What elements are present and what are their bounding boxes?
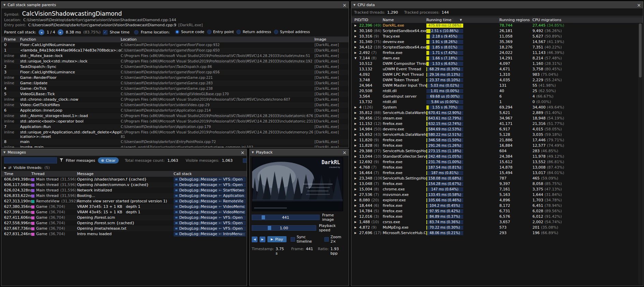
cpu-thread-row[interactable]: ▶14,984(50)devenv.exe584.69 ms (2.53%)6,… — [351, 127, 643, 132]
expand-icon[interactable]: ▶ — [354, 219, 358, 225]
expand-icon[interactable]: ▶ — [354, 192, 358, 198]
callstack-pill[interactable]: ≡DebugLog::Message←VFS::Open — [174, 177, 246, 182]
cpu-thread-row[interactable]: ▶4(126)System1.55 s (6.70%)69,29434,400(… — [351, 105, 643, 110]
show-time-label[interactable]: Show time — [110, 30, 130, 34]
expand-icon[interactable]: ▶ — [354, 230, 358, 236]
callstack-pill[interactable]: ≡DebugLog::Message←VideoMemo — [174, 210, 246, 215]
callstack-frame-row[interactable]: inlinestd::unique_lock<std::mutex>::lock… — [1, 59, 349, 64]
cpu-thread-row[interactable]: 24,964DWM Master Input Thread5.03 ms (0.… — [351, 83, 643, 88]
expand-icon[interactable]: ▶ — [354, 214, 358, 219]
collapse-icon[interactable]: ▼ — [353, 3, 355, 6]
callstack-frame-row[interactable]: 6Application::InnerLoopC:\Users\wolf\Des… — [1, 108, 349, 113]
message-callstack-cell[interactable]: ≡DebugLog::Message←VFS::Open — [174, 177, 247, 182]
cpu-thread-row[interactable]: ▶14,784(5)firefox.exe97.95 ms (0.42%)6,7… — [351, 209, 643, 214]
message-row[interactable]: 627,313,190nsRemoteView(31,392)Remote vi… — [1, 199, 247, 204]
expand-icon[interactable]: ▶ — [354, 39, 358, 45]
message-callstack-cell[interactable]: ≡DebugLog::Message←VFS::Open — [174, 226, 247, 231]
callstack-frame-row[interactable]: 4Game::OnTickC:\Users\wolf\Desktop\darkr… — [1, 86, 349, 91]
radio-label[interactable]: Source code — [181, 30, 204, 34]
cpu-thread-row[interactable]: 4,092DWM LPC Port Thread29.16 ms (0.13%)… — [351, 72, 643, 77]
column-header-thread[interactable]: Thread — [31, 171, 77, 177]
radio-icon[interactable] — [207, 30, 211, 34]
expand-icon[interactable]: ▶ — [354, 148, 358, 154]
column-header-cpu-migrations[interactable]: CPU migrations — [532, 17, 643, 23]
close-icon[interactable]: × — [637, 3, 641, 8]
expand-icon[interactable]: ▶ — [354, 170, 358, 176]
expand-icon[interactable]: ▶ — [354, 110, 358, 116]
cpu-thread-row[interactable]: ▶30,456(25)steam.exe643.61 ms (2.79%)34,… — [351, 116, 643, 121]
expand-icon[interactable]: ▶ — [354, 34, 358, 39]
close-icon[interactable]: × — [342, 150, 347, 155]
expand-icon[interactable]: ▶ — [354, 132, 358, 138]
radio-icon[interactable] — [274, 30, 278, 34]
column-header-pid-tid[interactable]: PID/TID — [354, 17, 383, 23]
cpu-thread-row[interactable]: ▶11,152(12)firefox.exe632.15 ms (2.74%)4… — [351, 121, 643, 127]
callstack-frame-row[interactable]: inlineinvoke_maind:\agent\_work\63\s\src… — [1, 145, 349, 147]
cpu-thread-row[interactable]: ▶35,812(88)ServiceHub.DataWarehou670.41 … — [351, 110, 643, 116]
callstack-pill[interactable]: ≡DebugLog::Message←VFS::Open — [174, 226, 246, 231]
cpu-thread-row[interactable]: ▶12,016(3)firefox.exe84.89 ms (0.37%)6,5… — [351, 214, 643, 219]
message-callstack-cell[interactable]: ≡DebugLog::Message←VFS::Open — [174, 215, 247, 220]
collapse-icon[interactable]: ▼ — [354, 56, 358, 61]
cpu-scrollbar[interactable] — [638, 23, 642, 285]
message-row[interactable]: 627,399,326nsGame(36,704)VRAM 43x45: 15 … — [1, 210, 247, 215]
cpu-thread-row[interactable]: 13,132uDWM Event Thread68.29 ms (0.30%)4… — [351, 67, 643, 72]
show-time-checkbox[interactable]: ✓ — [103, 30, 107, 34]
cpu-thread-row[interactable]: ▶30,160(84)ScriptedSandbox64.exe2.51 s (… — [351, 28, 643, 34]
message-callstack-cell[interactable]: ≡DebugLog::Message←VideoMemo — [174, 210, 247, 215]
expand-icon[interactable]: ▶ — [354, 203, 358, 209]
collapse-icon[interactable]: ▼ — [3, 151, 5, 154]
radio-icon[interactable] — [175, 30, 179, 34]
callstack-frame-row[interactable]: inlinestd::_Atomic_storage<bool,1>::load… — [1, 113, 349, 119]
expand-icon[interactable]: ▶ — [354, 165, 358, 170]
message-row[interactable]: 606,117,568nsMain thread(31,596)Opening … — [1, 182, 247, 188]
message-callstack-cell[interactable]: ≡DebugLog::Message←Application: — [174, 193, 247, 199]
cpu-thread-row[interactable]: 20,508ntdll.dll1.01 ms (0.00%)4025(62.50… — [351, 88, 643, 94]
column-header-name[interactable]: Name — [383, 17, 426, 23]
cpu-thread-row[interactable]: ▶18,444(6)firefox.exe104.2 ms (0.45%)8,1… — [351, 203, 643, 209]
radio-label[interactable]: Symbol address — [280, 30, 310, 34]
frame-location-radio[interactable]: Symbol address — [274, 30, 310, 34]
expand-icon[interactable]: ▶ — [354, 127, 358, 132]
frame-location-radio[interactable]: Entry point — [207, 30, 234, 34]
expand-icon[interactable]: ▶ — [354, 176, 358, 181]
sync-timeline-checkbox[interactable] — [291, 237, 295, 242]
message-row[interactable]: 626,833,622nsMain thread(31,596)Booting.… — [1, 193, 247, 199]
zoom-2x-label[interactable]: Zoom 2× — [331, 235, 347, 244]
playback-frame-image[interactable]: DarkRL created by — [252, 157, 343, 211]
callstack-frame-row[interactable]: 7Application::RunC:\Users\wolf\Desktop\d… — [1, 124, 349, 130]
callstack-frame-row[interactable]: inlineGame::RenderFloorC:\Users\wolf\Des… — [1, 75, 349, 81]
cpu-thread-row[interactable]: ▼7,144(8)dwm.exe1.66 s (7.18%)14,2918,21… — [351, 56, 643, 61]
message-callstack-cell[interactable]: ≡DebugLog::Message←VFS::Open — [174, 182, 247, 188]
show-frame-checkbox[interactable] — [243, 158, 247, 163]
callstack-frame-row[interactable]: 1<lambda_84a19dc444fae966ca174e83e708bdc… — [1, 48, 349, 53]
column-header-image[interactable]: Image — [314, 37, 349, 42]
cpu-thread-row[interactable]: ▶11,828(6)firefox.exe291.26 ms (1.26%)16… — [351, 143, 643, 148]
column-header-message[interactable]: Message — [77, 171, 174, 177]
message-row[interactable]: 627,380,356nsGame(36,704)VRAM 37x45: 13 … — [1, 204, 247, 210]
message-row[interactable]: 627,831,246nsGame(36,704)Intro menu load… — [1, 231, 247, 237]
column-header-running-time[interactable]: Running time▼ — [426, 17, 499, 23]
expand-icon[interactable]: ▶ — [354, 45, 358, 50]
column-header-time[interactable]: Time — [4, 171, 31, 177]
expand-icon[interactable]: ▶ — [354, 154, 358, 159]
cpu-thread-row[interactable]: ▶2,492(7)firefox.exe1.71 s (7.42%)24,022… — [351, 50, 643, 56]
playback-speed-slider[interactable]: 1.00 — [252, 225, 316, 231]
callstack-frame-row[interactable]: 8mainC:\Users\wolf\Desktop\darkrl\src\En… — [1, 139, 349, 145]
next-frame-button[interactable]: ▶ — [260, 236, 265, 242]
message-callstack-cell[interactable]: ≡DebugLog::Message←RemoteVie — [174, 199, 247, 204]
cpu-thread-row[interactable]: ▶22,396(49)DarkRL.exe475.69 ms (2.06%)78… — [351, 23, 643, 28]
message-row[interactable]: 627,667,736nsGame(36,704)Opening /meta/r… — [1, 226, 247, 231]
expand-icon[interactable]: ▶ — [354, 181, 358, 187]
expand-icon[interactable]: ▶ — [354, 143, 358, 148]
cpu-thread-row[interactable]: 3,564GameInput server69.68 us (0.00%)64(… — [351, 94, 643, 99]
callstack-frame-row[interactable]: 5VideoGLBase::TickC:\Users\wolf\Desktop\… — [1, 91, 349, 97]
collapse-icon[interactable]: ▼ — [3, 3, 5, 6]
column-header-location[interactable]: Location — [121, 37, 314, 42]
radio-icon[interactable] — [236, 30, 241, 34]
callstack-pill[interactable]: ≡DebugLog::Message←VFS::Open — [174, 215, 246, 220]
message-callstack-cell[interactable]: ≡DebugLog::Message←IntroMenu:: — [174, 231, 247, 237]
cpu-thread-row[interactable]: ▶27,536(7)msvsmon.exe133.45 ms (0.58%)5,… — [351, 192, 643, 198]
cpu-thread-row[interactable]: ▶15,652(43)ServiceHub.DataWarehou580.22 … — [351, 132, 643, 138]
callstack-pill[interactable]: ≡DebugLog::Message←StartNetwo — [174, 188, 246, 193]
